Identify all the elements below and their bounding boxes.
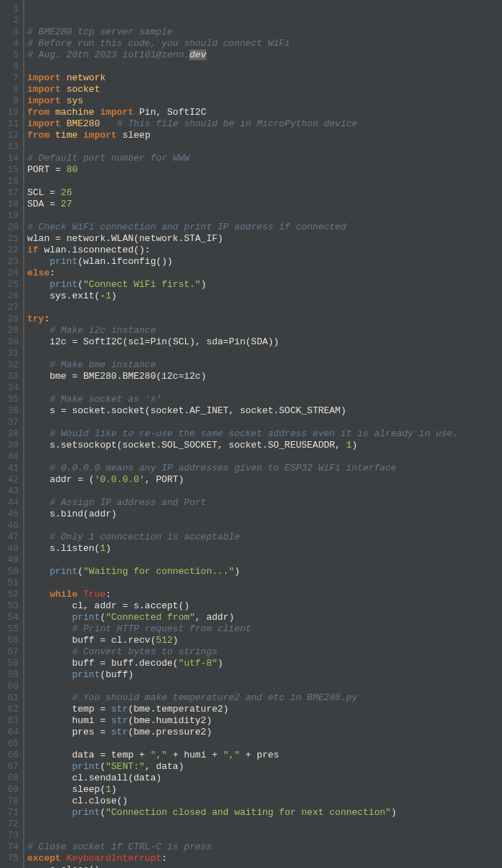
code-line[interactable] — [27, 302, 502, 313]
code-line[interactable]: print("Connected from", addr) — [27, 612, 502, 623]
code-line[interactable]: s.listen(1) — [27, 543, 502, 555]
code-line[interactable]: sys.exit(-1) — [27, 291, 502, 302]
code-line[interactable]: # Make socket as 's' — [27, 394, 502, 405]
code-line[interactable]: # Only 1 conncection is acceptable — [27, 532, 502, 543]
code-line[interactable]: # Default port number for WWW — [27, 153, 502, 164]
code-token: : — [161, 853, 167, 864]
code-line[interactable]: SDA = 27 — [27, 199, 502, 210]
line-number: 62 — [0, 704, 19, 715]
code-line[interactable]: s = socket.socket(socket.AF_INET, socket… — [27, 405, 502, 417]
code-line[interactable]: wlan = network.WLAN(network.STA_IF) — [27, 233, 502, 245]
code-line[interactable]: # Convert bytes to strings — [27, 646, 502, 658]
line-number: 24 — [0, 268, 19, 279]
code-token — [61, 84, 67, 95]
code-line[interactable]: import socket — [27, 84, 502, 95]
line-number: 39 — [0, 440, 19, 451]
code-token: sleep — [117, 130, 151, 141]
line-number: 43 — [0, 486, 19, 497]
code-line[interactable] — [27, 176, 502, 187]
code-line[interactable] — [27, 819, 502, 830]
code-line[interactable] — [27, 382, 502, 394]
code-token: ( — [77, 279, 83, 290]
code-token: s.close() — [27, 864, 100, 868]
line-number: 20 — [0, 222, 19, 233]
line-number: 15 — [0, 164, 19, 176]
code-line[interactable]: sleep(1) — [27, 784, 502, 796]
code-line[interactable]: # Close socket if CTRL-C is press — [27, 841, 502, 853]
code-line[interactable]: print("Waiting for connection...") — [27, 566, 502, 577]
code-line[interactable]: SCL = 26 — [27, 187, 502, 199]
code-token — [27, 279, 49, 290]
code-line[interactable]: while True: — [27, 589, 502, 600]
code-line[interactable]: # BME280 tcp server sample — [27, 27, 502, 38]
code-line[interactable]: addr = ('0.0.0.0', PORT) — [27, 474, 502, 486]
code-line[interactable]: try: — [27, 313, 502, 325]
code-line[interactable]: buff = cl.recv(512) — [27, 635, 502, 646]
code-line[interactable]: # Make i2c instance — [27, 325, 502, 336]
code-line[interactable] — [27, 348, 502, 359]
code-line[interactable]: print("Connect WiFi first.") — [27, 279, 502, 291]
code-line[interactable]: else: — [27, 268, 502, 279]
code-line[interactable]: import sys — [27, 95, 502, 107]
code-line[interactable] — [27, 681, 502, 692]
code-line[interactable]: bme = BME280.BME280(i2c=i2c) — [27, 371, 502, 382]
code-line[interactable]: s.close() — [27, 864, 502, 868]
code-line[interactable]: buff = buff.decode("utf-8") — [27, 658, 502, 669]
code-line[interactable] — [27, 577, 502, 589]
code-token: data — [27, 750, 100, 760]
code-line[interactable]: humi = str(bme.humidity2) — [27, 715, 502, 727]
code-line[interactable]: import network — [27, 72, 502, 84]
code-line[interactable]: i2c = SoftI2C(scl=Pin(SCL), sda=Pin(SDA)… — [27, 336, 502, 348]
code-line[interactable] — [27, 738, 502, 750]
line-number: 36 — [0, 405, 19, 417]
line-number: 4 — [0, 38, 19, 49]
code-line[interactable] — [27, 486, 502, 497]
code-line[interactable] — [27, 210, 502, 222]
code-line[interactable]: # Assign IP address and Port — [27, 497, 502, 509]
code-token: pres — [27, 727, 100, 737]
code-line[interactable]: except KeyboardInterrupt: — [27, 853, 502, 864]
line-number: 58 — [0, 658, 19, 669]
code-line[interactable]: print(buff) — [27, 669, 502, 681]
code-line[interactable]: print("Connection closed and waiting for… — [27, 807, 502, 819]
line-number: 65 — [0, 738, 19, 750]
code-line[interactable]: cl, addr = s.accept() — [27, 600, 502, 612]
code-line[interactable]: from machine import Pin, SoftI2C — [27, 107, 502, 118]
code-line[interactable]: data = temp + "," + humi + "," + pres — [27, 750, 502, 761]
code-line[interactable] — [27, 61, 502, 72]
code-line[interactable]: # Before run this code, you should conne… — [27, 38, 502, 49]
code-token — [55, 199, 61, 209]
code-line[interactable]: # Aug. 20th 2023 iot101@zenn.dev — [27, 49, 502, 61]
code-line[interactable]: print("SENT:", data) — [27, 761, 502, 773]
code-line[interactable]: print(wlan.ifconfig()) — [27, 256, 502, 268]
code-token: humi — [179, 750, 212, 760]
code-token: "utf-8" — [179, 658, 218, 669]
code-line[interactable]: # Make bme instance — [27, 359, 502, 371]
code-line[interactable]: # Print HTTP request from client — [27, 623, 502, 635]
code-line[interactable]: import BME280 # This file should be in M… — [27, 118, 502, 130]
code-line[interactable]: pres = str(bme.pressure2) — [27, 727, 502, 738]
code-token: import — [27, 72, 61, 83]
code-line[interactable]: # 0.0.0.0 means any IP addresses given t… — [27, 463, 502, 474]
code-line[interactable] — [27, 417, 502, 428]
code-line[interactable]: from time import sleep — [27, 130, 502, 141]
code-line[interactable]: # Would like to re-use the same socket a… — [27, 428, 502, 440]
code-line[interactable]: s.bind(addr) — [27, 509, 502, 520]
code-line[interactable]: cl.close() — [27, 796, 502, 807]
code-token: print — [49, 256, 77, 267]
code-line[interactable] — [27, 555, 502, 566]
code-line[interactable]: PORT = 80 — [27, 164, 502, 176]
code-token: '0.0.0.0' — [95, 474, 145, 485]
code-token: # Check WiFi connection and print IP add… — [27, 222, 346, 232]
code-line[interactable]: s.setsockopt(socket.SOL_SOCKET, socket.S… — [27, 440, 502, 451]
code-line[interactable]: temp = str(bme.temperature2) — [27, 704, 502, 715]
code-line[interactable] — [27, 451, 502, 463]
code-line[interactable]: # You should make temperature2 and etc i… — [27, 692, 502, 704]
code-editor[interactable]: # BME280 tcp server sample# Before run t… — [23, 0, 502, 868]
code-line[interactable]: # Check WiFi connection and print IP add… — [27, 222, 502, 233]
code-line[interactable] — [27, 141, 502, 153]
code-line[interactable]: if wlan.isconnected(): — [27, 245, 502, 256]
code-line[interactable] — [27, 520, 502, 532]
code-line[interactable] — [27, 830, 502, 841]
code-line[interactable]: cl.sendall(data) — [27, 773, 502, 784]
